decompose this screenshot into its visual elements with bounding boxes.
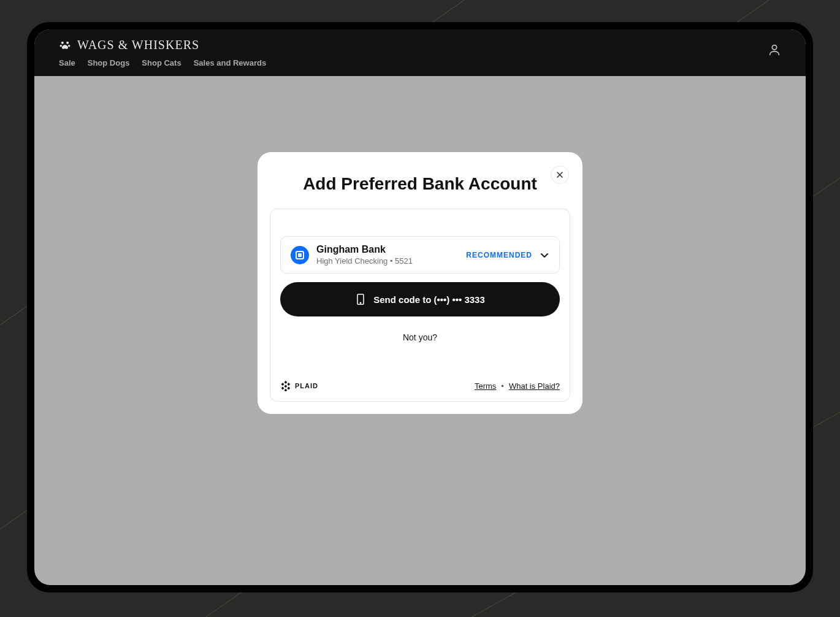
svg-point-12: [361, 302, 361, 303]
brand[interactable]: WAGS & WHISKERS: [59, 38, 266, 52]
recommended-badge: RECOMMENDED: [466, 251, 532, 259]
send-code-button[interactable]: Send code to (•••) ••• 3333: [280, 282, 560, 316]
user-icon: [768, 43, 781, 56]
svg-point-6: [60, 45, 63, 47]
svg-point-5: [66, 41, 69, 44]
bank-account-row[interactable]: Gingham Bank High Yield Checking • 5521 …: [280, 236, 560, 274]
not-you-button[interactable]: Not you?: [280, 325, 560, 350]
nav-shop-dogs[interactable]: Shop Dogs: [88, 58, 130, 67]
svg-point-4: [61, 41, 64, 44]
plaid-logo-icon: [280, 380, 291, 391]
card-footer: PLAID Terms • What is Plaid?: [280, 380, 560, 391]
tablet-screen: WAGS & WHISKERS Sale Shop Dogs Shop Cats…: [34, 29, 806, 585]
phone-icon: [355, 293, 366, 305]
what-is-plaid-link[interactable]: What is Plaid?: [509, 381, 560, 391]
tablet-frame: WAGS & WHISKERS Sale Shop Dogs Shop Cats…: [27, 22, 813, 592]
site-header: WAGS & WHISKERS Sale Shop Dogs Shop Cats…: [34, 29, 806, 76]
svg-point-8: [772, 45, 776, 50]
plaid-label: PLAID: [295, 382, 318, 389]
close-button[interactable]: [551, 166, 569, 184]
modal-title: Add Preferred Bank Account: [270, 174, 570, 194]
close-icon: [556, 171, 563, 178]
brand-title: WAGS & WHISKERS: [77, 38, 199, 52]
bank-name: Gingham Bank: [316, 244, 459, 255]
account-button[interactable]: [768, 38, 781, 59]
bank-logo-icon: [291, 246, 309, 264]
bank-card: Gingham Bank High Yield Checking • 5521 …: [270, 209, 570, 402]
nav-sales-rewards[interactable]: Sales and Rewards: [194, 58, 267, 67]
chevron-down-icon: [540, 250, 549, 260]
bank-account-subtitle: High Yield Checking • 5521: [316, 256, 459, 266]
nav-sale[interactable]: Sale: [59, 58, 75, 67]
nav-shop-cats[interactable]: Shop Cats: [142, 58, 181, 67]
svg-point-7: [68, 45, 71, 47]
paw-icon: [59, 39, 71, 52]
terms-link[interactable]: Terms: [475, 381, 496, 391]
primary-nav: Sale Shop Dogs Shop Cats Sales and Rewar…: [59, 58, 266, 67]
send-code-label: Send code to (•••) ••• 3333: [373, 294, 485, 305]
separator-dot: •: [501, 381, 504, 391]
add-bank-modal: Add Preferred Bank Account Gingham Bank …: [258, 152, 582, 414]
plaid-brand: PLAID: [280, 380, 318, 391]
